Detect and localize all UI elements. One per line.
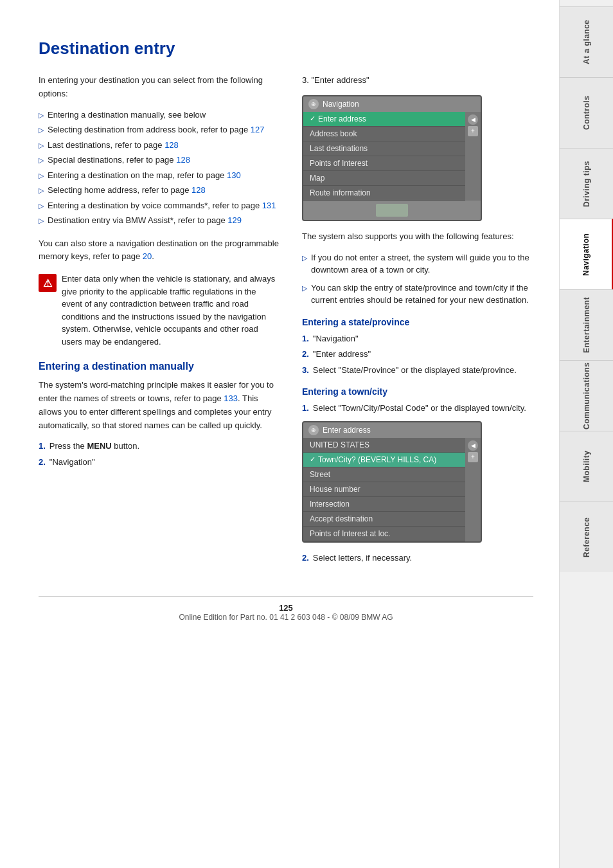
sidebar-tab-at-a-glance[interactable]: At a glance (560, 6, 614, 77)
page-link-127[interactable]: 127 (251, 125, 265, 134)
page-link-128c[interactable]: 128 (191, 185, 206, 195)
addr-item-poi: Points of Interest at loc. (303, 527, 465, 541)
bullet-arrow-icon: ▷ (302, 283, 307, 294)
addr-item-accept: Accept destination (303, 512, 465, 527)
system-support-text: The system also supports you with the fo… (302, 230, 533, 244)
bullet-arrow-icon: ▷ (39, 155, 44, 166)
state-steps: 1. "Navigation" 2. "Enter address" 3. Se… (302, 332, 533, 377)
list-item: ▷ Selecting destination from address boo… (39, 123, 276, 136)
nav-map-bg (376, 204, 408, 217)
sidebar-tab-mobility[interactable]: Mobility (560, 431, 614, 502)
sidebar-tab-reference[interactable]: Reference (560, 502, 614, 572)
list-item: ▷ Entering a destination on the map, ref… (39, 169, 276, 182)
nav-title-2: Enter address (323, 426, 371, 435)
memory-keys-text: You can also store a navigation destinat… (39, 237, 283, 264)
bullet-arrow-icon: ▷ (39, 215, 44, 226)
nav-item-last-destinations: Last destinations (303, 141, 465, 156)
nav-icon-2: ⊕ (308, 425, 319, 435)
enter-address-body: UNITED STATES Town/City? (BEVERLY HILLS,… (303, 438, 481, 541)
page-link-133[interactable]: 133 (224, 393, 238, 403)
sidebar-tab-navigation[interactable]: Navigation (560, 219, 614, 289)
bullet-arrow-icon: ▷ (39, 125, 44, 136)
nav-screenshot-1: ⊕ Navigation Enter address Address book … (302, 95, 482, 221)
step-1: 1. Press the MENU button. (39, 440, 283, 453)
page-link-20[interactable]: 20 (143, 251, 152, 261)
nav-header: ⊕ Navigation (303, 96, 481, 112)
page-title: Destination entry (39, 39, 533, 59)
page-number: 125 (279, 603, 293, 613)
manual-steps: 1. Press the MENU button. 2. "Navigation… (39, 440, 283, 468)
list-item: ▷ Entering a destination by voice comman… (39, 199, 276, 212)
town-step-2-list: 2. Select letters, if necessary. (302, 552, 533, 565)
feature-item-2: ▷ You can skip the entry of state/provin… (302, 282, 533, 307)
addr-item-town: Town/City? (BEVERLY HILLS, CA) (303, 453, 465, 467)
warning-box: ⚠ Enter data only when the vehicle is st… (39, 273, 276, 348)
page-link-130[interactable]: 130 (227, 170, 241, 180)
nav-body: Enter address Address book Last destinat… (303, 112, 481, 201)
sidebar: At a glance Controls Driving tips Naviga… (559, 0, 613, 868)
right-column: 3. "Enter address" ⊕ Navigation Enter ad… (302, 74, 533, 570)
entering-manually-body: The system's word-matching principle mak… (39, 379, 283, 432)
page-link-128b[interactable]: 128 (176, 155, 190, 165)
state-step-3: 3. Select "State/Province" or the displa… (302, 364, 533, 377)
sidebar-tab-entertainment[interactable]: Entertainment (560, 289, 614, 360)
addr-item-us: UNITED STATES (303, 438, 465, 453)
addr-item-street: Street (303, 467, 465, 482)
intro-text: In entering your destination you can sel… (39, 74, 283, 101)
page-link-131[interactable]: 131 (262, 201, 276, 210)
nav-title: Navigation (323, 100, 359, 109)
addr-ctrl-plus: + (468, 452, 478, 462)
town-step-1: 1. Select "Town/City/Postal Code" or the… (302, 402, 533, 415)
addr-item-house: House number (303, 482, 465, 497)
bullet-arrow-icon: ▷ (39, 201, 44, 212)
entering-town-heading: Entering a town/city (302, 386, 533, 397)
nav-map-preview (303, 201, 481, 220)
bullet-list: ▷ Entering a destination manually, see b… (39, 109, 283, 227)
entering-state-heading: Entering a state/province (302, 317, 533, 327)
entering-manually-heading: Entering a destination manually (39, 361, 283, 372)
main-content: Destination entry In entering your desti… (0, 0, 559, 868)
nav-menu-list: Enter address Address book Last destinat… (303, 112, 465, 201)
page-link-129[interactable]: 129 (227, 215, 242, 225)
addr-controls: ◀ + (465, 438, 481, 541)
nav-ctrl-1: ◀ (468, 114, 478, 125)
nav-item-points-of-interest: Points of Interest (303, 156, 465, 171)
bullet-arrow-icon: ▷ (39, 170, 44, 181)
town-steps: 1. Select "Town/City/Postal Code" or the… (302, 402, 533, 415)
nav-header-2: ⊕ Enter address (303, 422, 481, 438)
list-item: ▷ Entering a destination manually, see b… (39, 109, 276, 122)
list-item: ▷ Destination entry via BMW Assist*, ref… (39, 214, 276, 227)
list-item: ▷ Selecting home address, refer to page … (39, 184, 276, 197)
footer-text: Online Edition for Part no. 01 41 2 603 … (179, 613, 393, 622)
bullet-arrow-icon: ▷ (302, 253, 307, 264)
warning-text: Enter data only when the vehicle is stat… (62, 273, 276, 348)
sidebar-tab-communications[interactable]: Communications (560, 360, 614, 431)
nav-item-map: Map (303, 171, 465, 186)
left-column: In entering your destination you can sel… (39, 74, 283, 570)
bullet-arrow-icon: ▷ (39, 185, 44, 196)
bullet-arrow-icon: ▷ (39, 110, 44, 121)
nav-controls: ◀ + (465, 112, 481, 201)
list-item: ▷ Special destinations, refer to page 12… (39, 154, 276, 167)
feature-item-1: ▷ If you do not enter a street, the syst… (302, 251, 533, 276)
addr-item-intersection: Intersection (303, 497, 465, 512)
step-2: 2. "Navigation" (39, 456, 283, 469)
bullet-arrow-icon: ▷ (39, 140, 44, 151)
page-link-128a[interactable]: 128 (164, 140, 179, 150)
nav-item-enter-address: Enter address (303, 112, 465, 127)
warning-icon: ⚠ (39, 274, 57, 292)
nav-item-address-book: Address book (303, 127, 465, 141)
nav-ctrl-plus: + (468, 126, 478, 136)
sidebar-tab-controls[interactable]: Controls (560, 77, 614, 148)
town-step-2: 2. Select letters, if necessary. (302, 552, 533, 565)
addr-ctrl-1: ◀ (468, 440, 478, 451)
nav-icon: ⊕ (308, 99, 319, 109)
nav-screenshot-2: ⊕ Enter address UNITED STATES Town/City?… (302, 421, 482, 543)
support-features-list: ▷ If you do not enter a street, the syst… (302, 251, 533, 307)
sidebar-tab-driving-tips[interactable]: Driving tips (560, 148, 614, 219)
page-footer: 125 Online Edition for Part no. 01 41 2 … (39, 596, 533, 622)
nav-item-route-info: Route information (303, 186, 465, 201)
enter-address-label: 3. "Enter address" (302, 74, 533, 87)
list-item: ▷ Last destinations, refer to page 128 (39, 139, 276, 152)
state-step-2: 2. "Enter address" (302, 348, 533, 361)
